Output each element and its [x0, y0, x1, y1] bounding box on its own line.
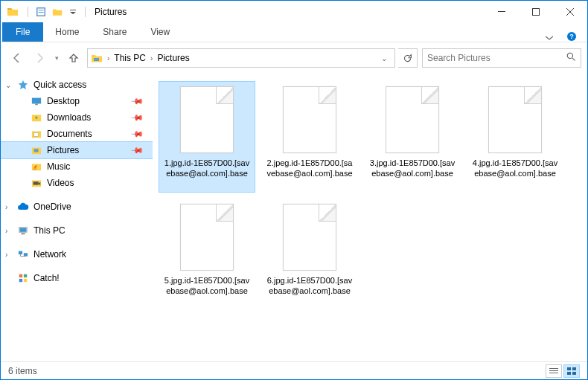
svg-rect-29 — [567, 372, 571, 375]
sidebar-label: Network — [33, 249, 66, 260]
svg-rect-21 — [24, 274, 27, 277]
search-box[interactable] — [422, 48, 581, 68]
help-icon[interactable]: ? — [560, 31, 583, 42]
item-count: 6 items — [8, 366, 37, 376]
sidebar-label: Videos — [47, 178, 74, 188]
file-thumbnail-icon — [488, 86, 542, 153]
downloads-icon — [31, 112, 42, 123]
svg-rect-27 — [567, 367, 571, 370]
sidebar-item-videos[interactable]: Videos — [1, 175, 153, 191]
sidebar-item-downloads[interactable]: Downloads📌 — [1, 109, 153, 126]
search-input[interactable] — [427, 53, 566, 63]
svg-rect-18 — [19, 251, 22, 254]
pin-icon: 📌 — [130, 94, 144, 108]
file-item[interactable]: 5.jpg.id-1E857D00.[savebase@aol.com].bas… — [159, 199, 255, 310]
tab-view[interactable]: View — [138, 22, 182, 42]
maximize-button[interactable] — [519, 1, 553, 23]
sidebar-onedrive[interactable]: ›OneDrive — [1, 199, 153, 215]
catch-icon — [17, 272, 29, 284]
sidebar-item-music[interactable]: Music — [1, 158, 153, 175]
file-item[interactable]: 1.jpg.id-1E857D00.[savebase@aol.com].bas… — [159, 81, 255, 193]
svg-rect-1 — [39, 10, 44, 10]
close-button[interactable] — [553, 1, 587, 23]
chevron-right-icon[interactable]: › — [5, 251, 7, 259]
sidebar-network[interactable]: ›Network — [1, 246, 153, 263]
sidebar-label: Desktop — [47, 96, 80, 106]
sidebar-item-pictures[interactable]: Pictures📌 — [1, 142, 153, 158]
svg-rect-24 — [549, 368, 558, 369]
svg-rect-17 — [21, 234, 25, 235]
chevron-down-icon[interactable]: ⌄ — [5, 81, 11, 89]
svg-rect-20 — [19, 274, 22, 277]
pin-icon: 📌 — [130, 110, 144, 124]
forward-button[interactable] — [29, 48, 50, 68]
documents-icon — [31, 128, 42, 140]
details-view-button[interactable] — [546, 364, 562, 378]
sidebar-thispc[interactable]: ›This PC — [1, 222, 153, 239]
sidebar-label: This PC — [33, 225, 65, 236]
file-name: 3.jpg.id-1E857D00.[savebase@aol.com].bas… — [368, 158, 457, 179]
tab-home[interactable]: Home — [43, 22, 91, 42]
qat-dropdown-icon[interactable] — [68, 1, 77, 23]
ribbon-expand-icon[interactable] — [538, 34, 560, 42]
sidebar-label: Quick access — [33, 80, 86, 90]
file-thumbnail-icon — [283, 86, 336, 153]
minimize-button[interactable] — [485, 1, 519, 23]
chevron-right-icon[interactable]: › — [149, 54, 154, 62]
qat-properties-icon[interactable] — [35, 6, 47, 18]
svg-rect-2 — [39, 12, 44, 13]
sidebar-label: Pictures — [47, 145, 79, 155]
icons-view-button[interactable] — [563, 364, 580, 378]
chevron-right-icon[interactable]: › — [5, 203, 7, 211]
chevron-right-icon[interactable]: › — [106, 54, 111, 62]
svg-rect-14 — [33, 181, 39, 184]
file-item[interactable]: 3.jpg.id-1E857D00.[savebase@aol.com].bas… — [364, 81, 461, 193]
pc-icon — [17, 225, 29, 236]
svg-rect-8 — [94, 58, 99, 61]
svg-rect-4 — [498, 11, 505, 12]
file-name: 5.jpg.id-1E857D00.[savebase@aol.com].bas… — [162, 275, 252, 297]
svg-rect-28 — [572, 367, 576, 370]
tab-share[interactable]: Share — [91, 22, 138, 42]
window-title: Pictures — [95, 7, 127, 17]
tab-file[interactable]: File — [2, 22, 43, 42]
search-icon[interactable] — [566, 51, 576, 65]
svg-rect-3 — [70, 10, 76, 10]
svg-rect-5 — [533, 9, 540, 16]
address-bar[interactable]: › This PC › Pictures ⌄ — [87, 48, 395, 68]
svg-point-9 — [567, 53, 572, 58]
address-dropdown-icon[interactable]: ⌄ — [377, 54, 392, 62]
pin-icon: 📌 — [130, 126, 144, 141]
sidebar-quick-access[interactable]: ⌄ Quick access — [1, 77, 153, 93]
file-item[interactable]: 2.jpeg.id-1E857D00.[savebase@aol.com].ba… — [261, 81, 358, 193]
address-folder-icon — [91, 52, 103, 64]
breadcrumb-current[interactable]: Pictures — [154, 53, 192, 63]
sidebar-item-desktop[interactable]: Desktop📌 — [1, 93, 153, 109]
music-icon — [31, 161, 42, 173]
file-name: 1.jpg.id-1E857D00.[savebase@aol.com].bas… — [162, 158, 252, 179]
up-button[interactable] — [63, 48, 84, 68]
sidebar-label: Music — [47, 161, 70, 172]
back-button[interactable] — [7, 48, 28, 68]
file-thumbnail-icon — [386, 86, 439, 153]
divider — [28, 7, 28, 17]
svg-rect-25 — [549, 370, 558, 371]
sidebar-label: OneDrive — [33, 202, 71, 212]
refresh-button[interactable] — [398, 48, 418, 68]
ribbon-tabs: File Home Share View ? — [1, 23, 587, 42]
chevron-right-icon[interactable]: › — [5, 227, 7, 235]
navigation-pane: ⌄ Quick access Desktop📌 Downloads📌 Docum… — [1, 74, 153, 359]
file-item[interactable]: 4.jpg.id-1E857D00.[savebase@aol.com].bas… — [467, 81, 563, 193]
file-item[interactable]: 6.jpg.id-1E857D00.[savebase@aol.com].bas… — [261, 199, 358, 310]
file-thumbnail-icon — [283, 204, 336, 271]
sidebar-catch[interactable]: Catch! — [1, 270, 153, 286]
cloud-icon — [17, 201, 29, 213]
pictures-icon — [31, 144, 42, 156]
file-view[interactable]: 1.jpg.id-1E857D00.[savebase@aol.com].bas… — [153, 74, 587, 359]
breadcrumb-thispc[interactable]: This PC — [111, 53, 149, 63]
sidebar-item-documents[interactable]: Documents📌 — [1, 126, 153, 142]
qat-newfolder-icon[interactable] — [51, 6, 63, 18]
status-bar: 6 items — [1, 361, 587, 379]
file-name: 6.jpg.id-1E857D00.[savebase@aol.com].bas… — [265, 275, 354, 297]
history-dropdown-icon[interactable]: ▾ — [51, 48, 62, 68]
